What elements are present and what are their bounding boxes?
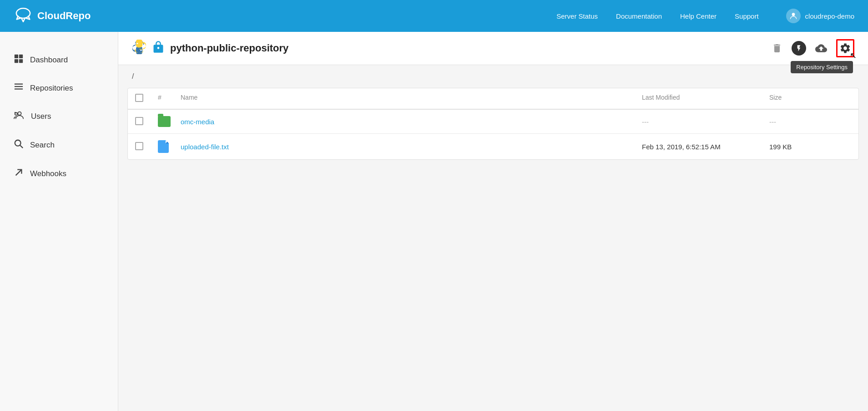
svg-line-15 <box>16 170 22 176</box>
page-layout: Dashboard Repositories Users Search Webh… <box>0 32 868 411</box>
webhooks-icon <box>14 167 24 180</box>
row1-size: --- <box>769 118 851 126</box>
row2-size: 199 KB <box>769 143 851 151</box>
breadcrumb: / <box>118 65 868 88</box>
breadcrumb-path: / <box>132 72 134 80</box>
row2-select-checkbox[interactable] <box>135 142 143 150</box>
row2-modified: Feb 13, 2019, 6:52:15 AM <box>642 143 769 151</box>
sidebar-item-dashboard[interactable]: Dashboard <box>0 46 118 74</box>
header-checkbox[interactable] <box>135 94 158 103</box>
svg-rect-4 <box>15 59 18 63</box>
nav-server-status[interactable]: Server Status <box>556 12 598 20</box>
user-menu[interactable]: cloudrepo-demo <box>786 9 854 23</box>
select-all-checkbox[interactable] <box>135 94 143 102</box>
row1-select-checkbox[interactable] <box>135 117 143 125</box>
sidebar: Dashboard Repositories Users Search Webh… <box>0 32 118 411</box>
settings-tooltip: Repository Settings <box>791 61 853 73</box>
nav-documentation[interactable]: Documentation <box>616 12 662 20</box>
sidebar-item-users[interactable]: Users <box>0 102 118 131</box>
delete-button[interactable] <box>772 43 782 54</box>
logo[interactable]: CloudRepo <box>14 6 91 25</box>
svg-rect-2 <box>15 55 18 58</box>
row2-name[interactable]: uploaded-file.txt <box>181 143 642 151</box>
sidebar-item-search[interactable]: Search <box>0 131 118 159</box>
logo-icon <box>14 6 33 25</box>
nav-links: Server Status Documentation Help Center … <box>556 9 854 23</box>
flash-icon <box>792 41 806 56</box>
repo-title: python-public-repository <box>170 42 766 54</box>
svg-point-1 <box>792 13 795 16</box>
python-icon <box>132 40 146 57</box>
quick-actions-button[interactable] <box>792 41 806 56</box>
cursor-indicator: ↖ <box>850 51 857 61</box>
sidebar-webhooks-label: Webhooks <box>30 169 66 178</box>
user-avatar-icon <box>786 9 801 23</box>
sidebar-item-webhooks[interactable]: Webhooks <box>0 159 118 188</box>
svg-point-17 <box>141 50 142 51</box>
sidebar-dashboard-label: Dashboard <box>30 56 68 65</box>
svg-rect-5 <box>19 59 23 63</box>
users-icon <box>14 110 25 122</box>
sidebar-users-label: Users <box>31 112 51 121</box>
svg-rect-3 <box>19 55 23 58</box>
user-name: cloudrepo-demo <box>805 12 854 20</box>
svg-point-13 <box>15 140 21 146</box>
header-hash: # <box>158 94 181 103</box>
svg-point-0 <box>16 8 30 18</box>
svg-point-9 <box>18 112 21 115</box>
table-row: omc-media --- --- <box>128 110 858 134</box>
repository-settings-button[interactable]: ↖ Repository Settings <box>836 39 854 57</box>
lock-icon <box>152 41 165 56</box>
upload-button[interactable] <box>815 42 827 54</box>
row2-checkbox[interactable] <box>135 142 158 152</box>
header-last-modified: Last Modified <box>642 94 769 103</box>
folder-icon <box>158 116 171 127</box>
header-size: Size <box>769 94 851 103</box>
header-name: Name <box>181 94 642 103</box>
file-table: # Name Last Modified Size omc-media --- … <box>127 88 859 160</box>
row1-icon-cell <box>158 116 181 127</box>
dashboard-icon <box>14 54 24 66</box>
top-navigation: CloudRepo Server Status Documentation He… <box>0 0 868 32</box>
file-icon <box>158 140 169 153</box>
svg-point-16 <box>137 43 138 44</box>
table-header: # Name Last Modified Size <box>128 88 858 110</box>
nav-help-center[interactable]: Help Center <box>680 12 717 20</box>
repo-actions: ↖ Repository Settings <box>772 39 854 57</box>
table-row: uploaded-file.txt Feb 13, 2019, 6:52:15 … <box>128 134 858 159</box>
repo-header: python-public-repository <box>118 32 868 65</box>
row1-name[interactable]: omc-media <box>181 118 642 126</box>
row1-checkbox[interactable] <box>135 117 158 127</box>
row2-icon-cell <box>158 140 181 153</box>
row1-modified: --- <box>642 118 769 126</box>
main-content: python-public-repository <box>118 32 868 411</box>
sidebar-search-label: Search <box>30 141 55 150</box>
search-icon <box>14 139 24 151</box>
sidebar-item-repositories[interactable]: Repositories <box>0 74 118 102</box>
logo-text: CloudRepo <box>37 10 91 22</box>
nav-support[interactable]: Support <box>735 12 759 20</box>
svg-line-14 <box>20 145 23 148</box>
sidebar-repositories-label: Repositories <box>30 84 73 93</box>
repositories-icon <box>14 82 24 94</box>
